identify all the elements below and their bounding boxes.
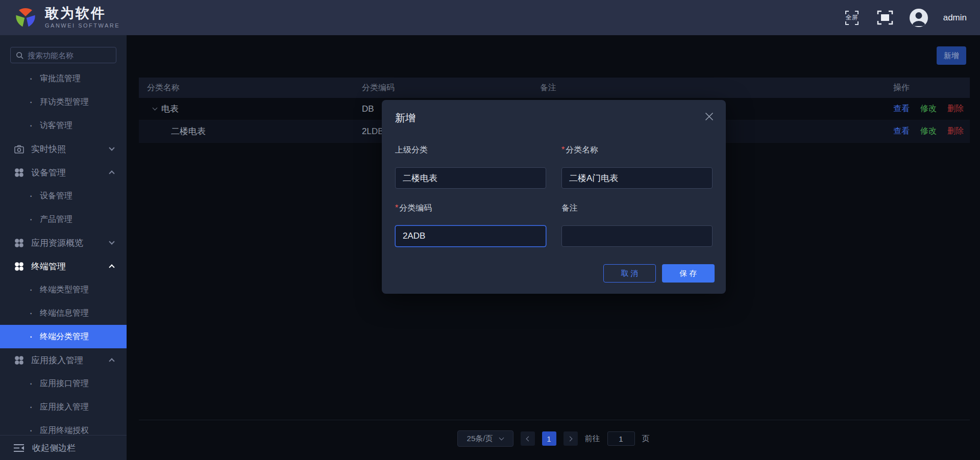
user-avatar[interactable] bbox=[910, 9, 928, 27]
sidebar-item-device-mgmt[interactable]: 设备管理 bbox=[0, 161, 127, 184]
required-asterisk: * bbox=[395, 203, 398, 212]
delete-link[interactable]: 删除 bbox=[947, 104, 964, 114]
pagination-divider bbox=[139, 420, 970, 420]
close-icon[interactable] bbox=[705, 112, 714, 121]
field-remark: 备注 bbox=[561, 203, 713, 247]
grid-icon bbox=[14, 355, 24, 365]
required-asterisk: * bbox=[561, 145, 565, 154]
chevron-down-icon bbox=[109, 239, 114, 244]
chevron-down-icon bbox=[109, 145, 114, 150]
add-dialog: 新增 上级分类 *分类名称 *分类编码 备注 bbox=[382, 100, 726, 294]
sidebar-item-terminal-type[interactable]: 终端类型管理 bbox=[0, 278, 127, 301]
search-input[interactable] bbox=[28, 51, 111, 60]
search-icon bbox=[16, 52, 23, 59]
category-name-input[interactable] bbox=[561, 167, 713, 189]
collapse-sidebar-icon bbox=[13, 444, 24, 452]
sidebar-item-app-resource-overview[interactable]: 应用资源概览 bbox=[0, 231, 127, 254]
view-link[interactable]: 查看 bbox=[893, 126, 910, 137]
app-window: 敢为软件 GANWEI SOFTWARE 全屏 bbox=[0, 0, 980, 460]
edit-link[interactable]: 修改 bbox=[920, 126, 937, 137]
sidebar: 审批流管理 拜访类型管理 访客管理 实时快照 bbox=[0, 35, 127, 460]
chevron-down-icon bbox=[499, 435, 504, 440]
sidebar-item-approval-flow[interactable]: 审批流管理 bbox=[0, 67, 127, 90]
table-header: 分类名称 分类编码 备注 操作 bbox=[139, 78, 970, 98]
sidebar-item-terminal-category[interactable]: 终端分类管理 bbox=[0, 325, 127, 348]
sidebar-item-app-interface[interactable]: 应用接口管理 bbox=[0, 372, 127, 395]
add-button[interactable]: 新增 bbox=[937, 46, 966, 65]
sidebar-item-app-terminal-auth[interactable]: 应用终端授权 bbox=[0, 419, 127, 435]
sidebar-item-device-mgmt-sub[interactable]: 设备管理 bbox=[0, 184, 127, 208]
username-label[interactable]: admin bbox=[943, 13, 967, 23]
pagination: 25条/页 1 前往 页 bbox=[127, 430, 980, 447]
goto-suffix-label: 页 bbox=[642, 434, 650, 444]
person-icon bbox=[910, 9, 928, 27]
brand-logo: 敢为软件 GANWEI SOFTWARE bbox=[13, 7, 120, 29]
sidebar-item-visit-type[interactable]: 拜访类型管理 bbox=[0, 90, 127, 114]
cancel-button[interactable]: 取 消 bbox=[603, 264, 656, 283]
expand-screen-icon[interactable] bbox=[876, 10, 894, 25]
field-category-name: *分类名称 bbox=[561, 145, 713, 189]
sidebar-item-product-mgmt[interactable]: 产品管理 bbox=[0, 208, 127, 231]
fullscreen-cn-icon[interactable]: 全屏 bbox=[843, 9, 861, 27]
field-category-code: *分类编码 bbox=[395, 203, 546, 247]
brand-subtitle: GANWEI SOFTWARE bbox=[45, 22, 120, 29]
chevron-up-icon bbox=[109, 170, 114, 176]
grid-icon bbox=[14, 238, 24, 248]
sidebar-item-visitor[interactable]: 访客管理 bbox=[0, 114, 127, 137]
sidebar-item-terminal-info[interactable]: 终端信息管理 bbox=[0, 301, 127, 325]
view-link[interactable]: 查看 bbox=[893, 104, 910, 114]
sidebar-item-app-access-mgmt[interactable]: 应用接入管理 bbox=[0, 348, 127, 372]
top-header: 敢为软件 GANWEI SOFTWARE 全屏 bbox=[0, 0, 980, 35]
current-page-button[interactable]: 1 bbox=[542, 431, 556, 446]
camera-icon bbox=[14, 144, 24, 154]
row-expand-icon[interactable] bbox=[153, 106, 158, 111]
sidebar-item-app-access-sub[interactable]: 应用接入管理 bbox=[0, 395, 127, 419]
dialog-title: 新增 bbox=[395, 111, 415, 125]
sidebar-item-terminal-mgmt[interactable]: 终端管理 bbox=[0, 254, 127, 278]
delete-link[interactable]: 删除 bbox=[947, 126, 964, 137]
grid-icon bbox=[14, 167, 24, 177]
next-page-button[interactable] bbox=[564, 431, 578, 446]
page-size-select[interactable]: 25条/页 bbox=[457, 430, 513, 447]
parent-category-input[interactable] bbox=[395, 167, 546, 189]
remark-input[interactable] bbox=[561, 225, 713, 247]
edit-link[interactable]: 修改 bbox=[920, 104, 937, 114]
sidebar-search-box bbox=[10, 47, 116, 63]
sidebar-menu: 审批流管理 拜访类型管理 访客管理 实时快照 bbox=[0, 67, 127, 435]
brand-title: 敢为软件 bbox=[45, 7, 120, 20]
chevron-up-icon bbox=[109, 358, 114, 364]
sidebar-item-realtime-snapshot[interactable]: 实时快照 bbox=[0, 137, 127, 161]
save-button[interactable]: 保 存 bbox=[662, 264, 715, 283]
grid-icon bbox=[14, 261, 24, 271]
goto-prefix-label: 前往 bbox=[585, 434, 600, 444]
category-code-input[interactable] bbox=[395, 225, 546, 247]
collapse-sidebar-button[interactable]: 收起侧边栏 bbox=[0, 435, 127, 460]
chevron-left-icon bbox=[526, 436, 531, 441]
chevron-up-icon bbox=[109, 264, 114, 270]
prev-page-button[interactable] bbox=[521, 431, 535, 446]
chevron-right-icon bbox=[567, 436, 572, 441]
field-parent-category: 上级分类 bbox=[395, 145, 546, 189]
goto-page-input[interactable] bbox=[607, 431, 635, 446]
logo-mark bbox=[13, 7, 38, 29]
dialog-form: 上级分类 *分类名称 *分类编码 备注 bbox=[395, 145, 713, 247]
